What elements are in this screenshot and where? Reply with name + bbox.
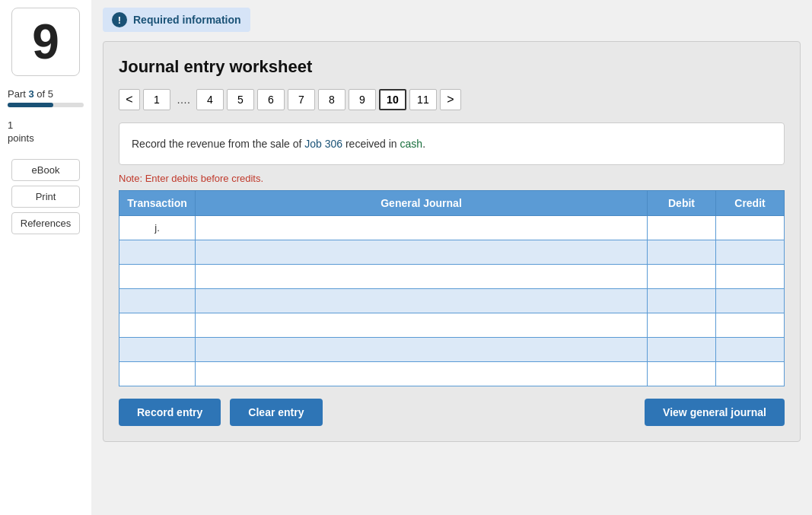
progress-bar-fill: [8, 103, 53, 107]
debit-cell: [648, 289, 716, 313]
pagination-page-4[interactable]: 4: [196, 89, 224, 110]
transaction-cell: [119, 313, 196, 338]
debit-input-3[interactable]: [652, 272, 711, 283]
credit-input-6[interactable]: [721, 345, 779, 356]
instruction-text-3: .: [422, 138, 425, 150]
general-journal-input-5[interactable]: [200, 320, 642, 332]
col-header-debit: Debit: [648, 191, 716, 216]
credit-input-1[interactable]: [721, 223, 779, 234]
pagination-page-10[interactable]: 10: [379, 89, 406, 110]
general-journal-input-1[interactable]: [200, 223, 642, 234]
general-journal-input-4[interactable]: [200, 296, 642, 307]
debit-cell: [648, 216, 716, 240]
credit-cell: [716, 240, 785, 265]
credit-input-3[interactable]: [721, 272, 779, 283]
credit-input-2[interactable]: [721, 247, 779, 259]
table-row: [119, 289, 785, 313]
general-journal-cell: [196, 216, 648, 240]
credit-cell: [716, 362, 785, 386]
debit-cell: [648, 240, 716, 265]
transaction-cell: [119, 289, 196, 313]
general-journal-cell: [196, 338, 648, 362]
credit-cell: [716, 313, 785, 338]
print-button[interactable]: Print: [11, 186, 80, 208]
pagination-page-1[interactable]: 1: [143, 89, 170, 110]
credit-input-7[interactable]: [721, 369, 779, 380]
credit-input-4[interactable]: [721, 296, 779, 307]
debit-input-1[interactable]: [652, 223, 711, 234]
question-number: 9: [32, 14, 59, 70]
clear-entry-button[interactable]: Clear entry: [230, 399, 322, 426]
general-journal-cell: [196, 313, 648, 338]
col-header-credit: Credit: [716, 191, 785, 216]
pagination: < 1 …. 4 5 6 7 8 9 10 11 >: [119, 89, 785, 110]
debit-input-2[interactable]: [652, 247, 711, 259]
debit-input-5[interactable]: [652, 320, 711, 332]
part-label: Part 3 of 5: [8, 88, 53, 100]
pagination-page-9[interactable]: 9: [349, 89, 376, 110]
transaction-cell: [119, 265, 196, 289]
debit-input-7[interactable]: [652, 369, 711, 380]
table-row: [119, 265, 785, 289]
worksheet-container: Journal entry worksheet < 1 …. 4 5 6 7 8…: [103, 41, 801, 442]
pagination-page-7[interactable]: 7: [288, 89, 315, 110]
instruction-text-1: Record the revenue from the sale of: [132, 138, 304, 150]
pagination-page-11[interactable]: 11: [409, 89, 437, 110]
debit-input-4[interactable]: [652, 296, 711, 307]
general-journal-input-3[interactable]: [200, 272, 642, 283]
debit-cell: [648, 265, 716, 289]
instruction-cash: cash: [400, 138, 423, 150]
pagination-page-8[interactable]: 8: [318, 89, 345, 110]
credit-input-5[interactable]: [721, 320, 779, 332]
transaction-cell: [119, 240, 196, 265]
col-header-transaction: Transaction: [119, 191, 196, 216]
main-content: ! Required information Journal entry wor…: [91, 0, 812, 515]
required-info-text: Required information: [133, 14, 241, 26]
general-journal-input-6[interactable]: [200, 345, 642, 356]
pagination-prev[interactable]: <: [119, 89, 140, 110]
general-journal-cell: [196, 265, 648, 289]
sidebar: 9 Part 3 of 5 1 points eBook Print Refer…: [0, 0, 91, 515]
references-button[interactable]: References: [11, 212, 80, 234]
journal-table: Transaction General Journal Debit Credit…: [119, 190, 785, 386]
worksheet-title: Journal entry worksheet: [119, 57, 785, 77]
col-header-general-journal: General Journal: [196, 191, 648, 216]
debit-cell: [648, 313, 716, 338]
instruction-job: Job 306: [304, 138, 342, 150]
debit-input-6[interactable]: [652, 345, 711, 356]
question-number-box: 9: [11, 8, 80, 76]
credit-cell: [716, 338, 785, 362]
note-text: Note: Enter debits before credits.: [119, 173, 785, 184]
table-row: [119, 338, 785, 362]
view-general-journal-button[interactable]: View general journal: [645, 399, 785, 426]
pagination-dots: ….: [174, 94, 193, 106]
general-journal-input-7[interactable]: [200, 369, 642, 380]
credit-cell: [716, 216, 785, 240]
table-row: [119, 240, 785, 265]
general-journal-input-2[interactable]: [200, 247, 642, 259]
general-journal-cell: [196, 289, 648, 313]
table-row: [119, 313, 785, 338]
points-value: points: [8, 132, 34, 144]
instruction-text-2: received in: [342, 138, 400, 150]
general-journal-cell: [196, 362, 648, 386]
transaction-cell: j.: [119, 216, 196, 240]
required-info-bar: ! Required information: [103, 8, 250, 32]
instruction-box: Record the revenue from the sale of Job …: [119, 122, 785, 165]
info-icon: !: [112, 12, 127, 27]
progress-bar: [8, 103, 84, 107]
transaction-cell: [119, 338, 196, 362]
debit-cell: [648, 338, 716, 362]
buttons-row: Record entry Clear entry View general jo…: [119, 399, 785, 426]
table-row: [119, 362, 785, 386]
ebook-button[interactable]: eBook: [11, 159, 80, 181]
debit-cell: [648, 362, 716, 386]
record-entry-button[interactable]: Record entry: [119, 399, 221, 426]
table-row: j.: [119, 216, 785, 240]
pagination-page-5[interactable]: 5: [227, 89, 254, 110]
general-journal-cell: [196, 240, 648, 265]
pagination-next[interactable]: >: [440, 89, 461, 110]
credit-cell: [716, 289, 785, 313]
pagination-page-6[interactable]: 6: [257, 89, 285, 110]
credit-cell: [716, 265, 785, 289]
